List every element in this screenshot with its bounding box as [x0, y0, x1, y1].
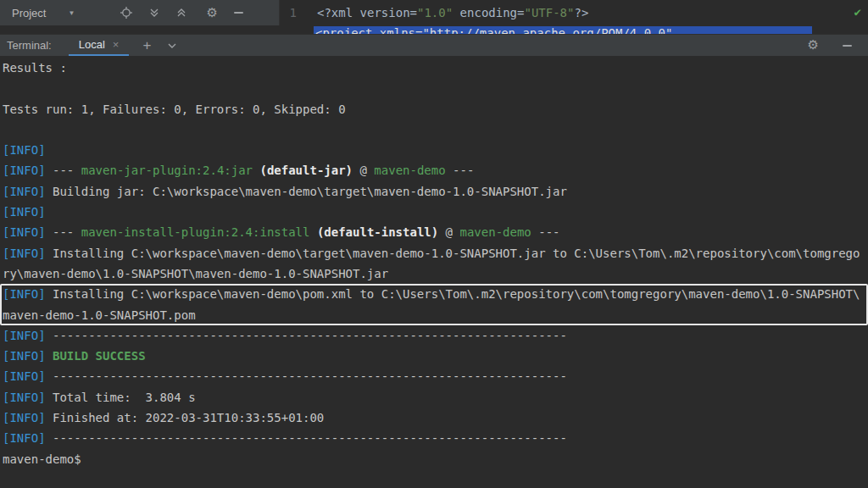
terminal-tab-label: Local — [79, 38, 105, 51]
text-segment: ?> — [574, 6, 588, 19]
text-segment: Installing C:\workspace\maven-demo\targe… — [46, 247, 860, 260]
locate-file-icon[interactable] — [119, 5, 134, 20]
text-segment: "UTF-8" — [524, 6, 574, 19]
highlighted-log-entry: [INFO] Installing C:\workspace\maven-dem… — [0, 284, 868, 325]
minus-icon — [234, 12, 243, 14]
text-segment: BUILD SUCCESS — [53, 349, 146, 363]
text-segment: [INFO] — [3, 185, 46, 198]
terminal-line: [INFO] BUILD SUCCESS — [3, 346, 868, 366]
terminal-line — [3, 119, 868, 140]
text-segment: ry\maven-demo\1.0-SNAPSHOT\maven-demo-1.… — [3, 267, 388, 280]
text-segment: Total time: 3.804 s — [46, 391, 196, 404]
editor-code-line-1: <?xml version="1.0" encoding="UTF-8"?> — [317, 6, 588, 19]
editor-code-line-2: <project xmlns="http://maven.apache.org/… — [315, 26, 672, 34]
text-segment: ----------------------------------------… — [46, 369, 567, 383]
text-segment: Tests run: 1, Failures: 0, Errors: 0, Sk… — [3, 103, 346, 116]
text-segment: maven-demo-1.0-SNAPSHOT.pom — [3, 308, 196, 322]
terminal-dropdown-icon[interactable] — [166, 40, 178, 52]
terminal-line: [INFO] --- maven-jar-plugin:2.4:jar (def… — [3, 160, 868, 180]
terminal-output[interactable]: Results :Tests run: 1, Failures: 0, Erro… — [0, 56, 868, 488]
text-segment: ----------------------------------------… — [46, 329, 567, 342]
terminal-hide-icon[interactable] — [839, 38, 854, 53]
new-terminal-session-icon[interactable]: + — [142, 38, 151, 53]
text-segment: ----------------------------------------… — [46, 431, 567, 445]
text-segment: Finished at: 2022-03-31T10:33:55+01:00 — [46, 411, 325, 424]
terminal-line: [INFO] Total time: 3.804 s — [3, 387, 868, 408]
hide-panel-icon[interactable] — [231, 5, 247, 20]
terminal-line: ry\maven-demo\1.0-SNAPSHOT\maven-demo-1.… — [3, 263, 868, 284]
terminal-label: Terminal: — [7, 39, 52, 52]
terminal-toolbar: Terminal: Local × + ⚙ — [0, 34, 868, 56]
terminal-line: [INFO] ---------------------------------… — [3, 366, 868, 386]
text-segment: [INFO] — [3, 369, 46, 383]
text-segment: [INFO] — [3, 287, 46, 301]
text-segment: [INFO] — [3, 164, 46, 177]
text-segment: @ — [353, 164, 374, 177]
expand-all-icon[interactable] — [147, 5, 162, 20]
text-segment: encoding= — [453, 6, 524, 19]
terminal-line: [INFO] Installing C:\workspace\maven-dem… — [3, 284, 868, 304]
text-segment: Installing C:\workspace\maven-demo\pom.x… — [46, 287, 860, 301]
text-segment: [INFO] — [3, 349, 46, 363]
text-segment: maven-jar-plugin:2.4:jar — [81, 164, 253, 177]
text-segment: @ — [438, 225, 459, 239]
text-segment: [INFO] — [3, 411, 46, 424]
terminal-line: [INFO] — [3, 140, 868, 160]
text-segment: [INFO] — [3, 143, 46, 157]
text-segment: maven-demo — [459, 225, 531, 239]
inspections-ok-icon[interactable]: ✔ — [854, 5, 861, 19]
terminal-line: maven-demo-1.0-SNAPSHOT.pom — [3, 305, 868, 325]
terminal-line: [INFO] ---------------------------------… — [3, 325, 868, 346]
minus-icon — [843, 45, 852, 47]
text-segment: [INFO] — [3, 329, 46, 342]
selection-highlight: <project xmlns="http://maven.apache.org/… — [314, 26, 812, 34]
terminal-line: Results : — [3, 58, 868, 78]
text-segment: Building jar: C:\workspace\maven-demo\ta… — [46, 185, 567, 198]
editor-line-number-1: 1 — [280, 6, 297, 19]
text-segment: --- — [46, 225, 81, 239]
text-segment — [46, 349, 53, 363]
collapse-all-icon[interactable] — [174, 5, 189, 20]
terminal-line: [INFO] — [3, 202, 868, 222]
terminal-line: [INFO] Finished at: 2022-03-31T10:33:55+… — [3, 408, 868, 428]
terminal-line: [INFO] --- maven-install-plugin:2.4:inst… — [3, 222, 868, 242]
terminal-settings-icon[interactable]: ⚙ — [808, 39, 819, 52]
terminal-tab-local[interactable]: Local × — [69, 35, 130, 57]
project-panel-title[interactable]: Project — [12, 7, 46, 19]
text-segment: [INFO] — [3, 247, 46, 260]
terminal-line: [INFO] ---------------------------------… — [3, 428, 868, 448]
close-tab-icon[interactable]: × — [113, 39, 120, 50]
text-segment: Results : — [3, 61, 67, 75]
project-settings-icon[interactable]: ⚙ — [206, 7, 217, 19]
text-segment — [309, 225, 316, 239]
terminal-line: maven-demo$ — [3, 449, 868, 469]
text-segment: maven-demo$ — [3, 452, 81, 466]
terminal-line: Tests run: 1, Failures: 0, Errors: 0, Sk… — [3, 99, 868, 119]
text-segment: maven-install-plugin:2.4:install — [81, 225, 310, 239]
project-panel-header: Project ▼ ⚙ — [0, 0, 280, 25]
text-segment: <?xml version= — [317, 6, 417, 19]
text-segment: (default-install) — [317, 225, 438, 239]
text-segment: --- — [531, 225, 560, 239]
text-segment: --- — [46, 164, 81, 177]
text-segment: [INFO] — [3, 391, 46, 404]
editor-area[interactable]: 1 <?xml version="1.0" encoding="UTF-8"?>… — [280, 0, 868, 25]
text-segment: [INFO] — [3, 431, 46, 445]
text-segment: [INFO] — [3, 225, 46, 239]
top-bar: Project ▼ ⚙ 1 <?xml — [0, 0, 868, 25]
text-segment: [INFO] — [3, 205, 46, 219]
terminal-line: [INFO] Installing C:\workspace\maven-dem… — [3, 243, 868, 263]
terminal-line: [INFO] Building jar: C:\workspace\maven-… — [3, 181, 868, 202]
editor-line-2-partial: <project xmlns="http://maven.apache.org/… — [0, 25, 868, 34]
text-segment: (default-jar) — [259, 164, 353, 177]
text-segment: maven-demo — [374, 164, 445, 177]
chevron-down-icon[interactable]: ▼ — [68, 9, 75, 17]
text-segment: "1.0" — [417, 6, 453, 19]
text-segment: --- — [446, 164, 475, 177]
terminal-line — [3, 78, 868, 98]
